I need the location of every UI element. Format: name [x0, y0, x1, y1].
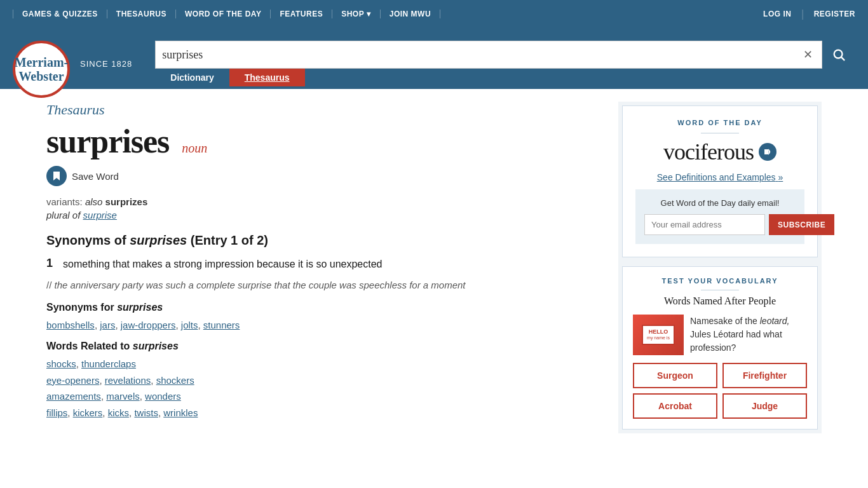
nav-games-quizzes[interactable]: GAMES & QUIZZES	[13, 10, 107, 18]
logo-bar: Merriam-Webster SINCE 1828 ✕ Dictionary …	[0, 28, 868, 89]
related-links: shocks, thunderclaps eye-openers, revela…	[46, 356, 599, 421]
related-link[interactable]: fillips	[46, 407, 67, 418]
wotd-see-link[interactable]: See Definitions and Examples »	[657, 172, 783, 182]
nav-join-mwu[interactable]: JOIN MWU	[381, 10, 440, 18]
since-text: SINCE 1828	[80, 53, 132, 69]
email-row: SUBSCRIBE	[644, 214, 796, 235]
quiz-option-surgeon[interactable]: Surgeon	[633, 363, 717, 388]
svg-line-1	[841, 57, 844, 60]
quiz-option-firefighter[interactable]: Firefighter	[722, 363, 807, 388]
plural-line: plural of surprise	[46, 210, 599, 220]
search-input-wrapper: ✕	[155, 41, 822, 69]
wotd-word: vociferous	[635, 139, 804, 165]
top-nav-links: GAMES & QUIZZES THESAURUS WORD OF THE DA…	[13, 10, 440, 18]
nav-shop[interactable]: SHOP ▾	[332, 10, 381, 18]
definition-text: something that makes a strong impression…	[63, 257, 383, 272]
bookmark-svg	[52, 170, 61, 182]
def-row: 1 something that makes a strong impressi…	[46, 257, 599, 272]
nav-word-of-day[interactable]: WORD OF THE DAY	[176, 10, 271, 18]
search-tabs: Dictionary Thesaurus	[155, 69, 855, 86]
variants-line: variants: also surprizes	[46, 196, 599, 207]
quiz-option-acrobat[interactable]: Acrobat	[633, 393, 717, 419]
related-link[interactable]: thunderclaps	[81, 358, 136, 369]
logo[interactable]: Merriam-Webster	[13, 41, 70, 98]
save-word-text[interactable]: Save Word	[72, 171, 119, 182]
word-pos: noun	[182, 141, 207, 156]
related-link[interactable]: shocks	[46, 358, 76, 369]
svg-marker-2	[764, 149, 768, 154]
word-title-row: surprises noun	[46, 123, 599, 159]
wotd-title: WORD OF THE DAY	[635, 119, 804, 126]
related-link[interactable]: twists	[134, 407, 158, 418]
variant-word: surprizes	[105, 196, 148, 207]
sidebar-background: WORD OF THE DAY vociferous See Definitio…	[618, 102, 822, 433]
register-link[interactable]: REGISTER	[814, 10, 855, 18]
svg-point-0	[834, 50, 843, 58]
vocab-title: TEST YOUR VOCABULARY	[633, 277, 807, 285]
related-link[interactable]: shockers	[156, 375, 194, 386]
audio-button[interactable]	[759, 143, 776, 161]
main-content: Thesaurus surprises noun Save Word varia…	[46, 102, 599, 433]
search-row: ✕	[155, 34, 855, 69]
syn-link[interactable]: jolts	[181, 320, 198, 330]
nav-thesaurus[interactable]: THESAURUS	[107, 10, 176, 18]
page-content: Thesaurus surprises noun Save Word varia…	[34, 89, 834, 446]
login-link[interactable]: LOG IN	[763, 10, 791, 18]
syn-link[interactable]: bombshells	[46, 320, 95, 330]
vocab-image: HELLO my name is	[633, 315, 684, 355]
search-button[interactable]	[822, 41, 855, 69]
quiz-buttons: Surgeon Firefighter Acrobat Judge	[633, 363, 807, 419]
nav-divider: |	[801, 8, 803, 20]
plural-link[interactable]: surprise	[83, 210, 117, 220]
vocab-card: TEST YOUR VOCABULARY Words Named After P…	[622, 266, 818, 430]
vocab-image-inner: HELLO my name is	[633, 315, 684, 355]
section-label: Thesaurus	[46, 102, 599, 118]
save-word-row: Save Word	[46, 166, 599, 186]
subscribe-button[interactable]: SUBSCRIBE	[769, 214, 834, 235]
hello-badge: HELLO my name is	[642, 325, 675, 344]
speaker-icon	[764, 147, 771, 156]
vocab-image-row: HELLO my name is Namesake of the leotard…	[633, 315, 807, 355]
related-link[interactable]: wonders	[145, 391, 181, 402]
word-title: surprises	[46, 123, 169, 159]
clear-button[interactable]: ✕	[801, 45, 815, 64]
syn-link[interactable]: stunners	[203, 320, 240, 330]
vocab-subtitle: Words Named After People	[633, 295, 807, 307]
vocab-desc: Namesake of the leotard, Jules Léotard h…	[690, 315, 807, 355]
wotd-email-label: Get Word of the Day daily email!	[644, 198, 796, 208]
synonyms-heading: Synonyms of surprises (Entry 1 of 2)	[46, 233, 599, 248]
related-section: Words Related to surprises shocks, thund…	[46, 341, 599, 421]
related-link[interactable]: amazements	[46, 391, 101, 402]
top-nav: GAMES & QUIZZES THESAURUS WORD OF THE DA…	[0, 0, 868, 28]
synonyms-section-title: Synonyms for surprises	[46, 302, 599, 313]
related-link[interactable]: wrinkles	[163, 407, 198, 418]
search-area: ✕ Dictionary Thesaurus	[155, 34, 855, 86]
vocab-divider	[701, 290, 739, 290]
example-sentence: // the anniversary party was such a comp…	[46, 278, 599, 293]
quiz-option-judge[interactable]: Judge	[722, 393, 807, 419]
sidebar: WORD OF THE DAY vociferous See Definitio…	[618, 102, 822, 433]
related-link[interactable]: kickers	[73, 407, 103, 418]
related-link[interactable]: marvels	[106, 391, 140, 402]
related-link[interactable]: kicks	[108, 407, 129, 418]
bookmark-icon[interactable]	[46, 166, 67, 186]
search-input[interactable]	[162, 48, 801, 62]
search-icon	[832, 48, 846, 62]
top-nav-right: LOG IN | REGISTER	[763, 8, 855, 20]
synonyms-section: Synonyms for surprises bombshells, jars,…	[46, 302, 599, 334]
def-number: 1	[46, 257, 53, 270]
definition-block: 1 something that makes a strong impressi…	[46, 257, 599, 421]
related-section-title: Words Related to surprises	[46, 341, 599, 352]
syn-link[interactable]: jaw-droppers	[121, 320, 176, 330]
nav-features[interactable]: FEATURES	[271, 10, 332, 18]
synonyms-links: bombshells, jars, jaw-droppers, jolts, s…	[46, 317, 599, 334]
wotd-email-section: Get Word of the Day daily email! SUBSCRI…	[635, 189, 804, 244]
tab-thesaurus[interactable]: Thesaurus	[229, 69, 305, 86]
related-link[interactable]: eye-openers	[46, 375, 99, 386]
email-input[interactable]	[644, 214, 765, 235]
wotd-divider	[701, 133, 739, 133]
tab-dictionary[interactable]: Dictionary	[155, 69, 229, 86]
related-link[interactable]: revelations	[105, 375, 151, 386]
wotd-card: WORD OF THE DAY vociferous See Definitio…	[622, 105, 818, 257]
syn-link[interactable]: jars	[100, 320, 115, 330]
